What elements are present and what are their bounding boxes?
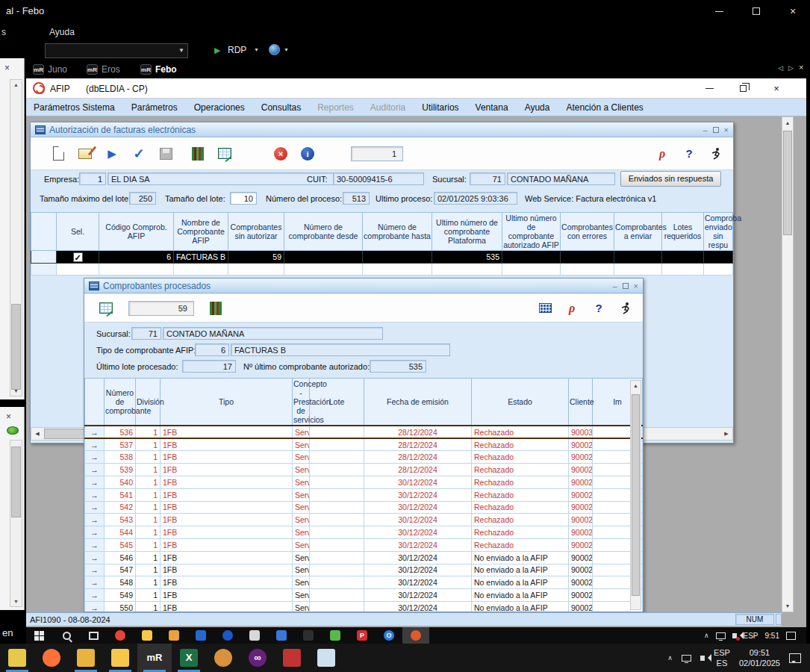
scroll-up-icon[interactable]: ▲ xyxy=(782,120,793,125)
outer-menu-partial[interactable]: s xyxy=(1,27,6,37)
taskbar-app-button[interactable]: O xyxy=(376,627,402,644)
taskbar-app-button[interactable]: P xyxy=(349,627,376,644)
taskbar-app-button[interactable] xyxy=(309,644,343,672)
taskbar-app-button[interactable] xyxy=(0,644,34,672)
taskbar-app-button[interactable]: ∞ xyxy=(240,644,275,672)
connection-combobox[interactable]: ▼ xyxy=(45,43,188,58)
connection-tab[interactable]: mR Eros xyxy=(82,61,125,78)
afip-minimize-button[interactable] xyxy=(694,78,724,99)
remote-clock[interactable]: 9:51 xyxy=(765,632,779,640)
info-button[interactable]: i xyxy=(295,141,320,167)
taskbar-app-button[interactable] xyxy=(275,644,309,672)
clock[interactable]: 09:51 02/01/2025 xyxy=(739,647,780,669)
close-icon[interactable]: × xyxy=(724,125,729,134)
globe-icon[interactable] xyxy=(269,44,280,55)
scroll-up-icon[interactable]: ▲ xyxy=(631,383,641,388)
batch-button[interactable] xyxy=(185,141,211,167)
invoice-row[interactable]: → 543 1 1FB Servicios 30/12/2024 Rechaza… xyxy=(85,514,643,526)
exit-button[interactable]: ρ xyxy=(649,141,675,167)
search-button[interactable] xyxy=(53,627,80,644)
invoice-row[interactable]: → 541 1 1FB Servicios 30/12/2024 Rechaza… xyxy=(85,488,643,501)
taskbar-app-button[interactable]: X xyxy=(172,644,206,672)
mdi-vertical-scrollbar[interactable]: ▲ ▼ xyxy=(782,116,794,612)
column-header[interactable]: Comprobantes con errores xyxy=(561,213,614,251)
scroll-left-icon[interactable]: ◀ xyxy=(31,428,43,440)
afip-close-button[interactable]: × xyxy=(761,78,791,99)
maximize-icon[interactable] xyxy=(623,283,629,289)
start-button[interactable] xyxy=(26,627,53,644)
invoice-row[interactable]: → 546 1 1FB Servicios 30/12/2024 No envi… xyxy=(85,551,643,564)
volume-icon[interactable] xyxy=(732,633,737,638)
invoice-row[interactable]: → 550 1 1FB Servicios 30/12/2024 No envi… xyxy=(85,601,643,612)
afip-menu-item[interactable]: Parámetros Sistema xyxy=(34,102,115,113)
enviados-sin-respuesta-button[interactable]: Enviados sin respuesta xyxy=(620,171,721,187)
column-header[interactable]: Cliente xyxy=(569,379,593,426)
afip-menu-item[interactable]: Ayuda xyxy=(525,102,550,113)
volume-icon[interactable] xyxy=(700,656,705,661)
outer-maximize-button[interactable] xyxy=(739,0,773,22)
tray-chevron-up-icon[interactable]: ∧ xyxy=(667,654,673,662)
run-button[interactable]: ▶ xyxy=(99,141,125,167)
scroll-thumb[interactable] xyxy=(11,304,21,390)
outer-menu-ayuda[interactable]: Ayuda xyxy=(49,27,75,37)
notification-center-icon[interactable] xyxy=(786,632,796,640)
afip-menu-item[interactable]: Utilitarios xyxy=(422,102,458,113)
column-header[interactable]: División xyxy=(136,379,161,426)
dock-scrollbar[interactable]: ▼ xyxy=(10,440,22,607)
scroll-thumb[interactable] xyxy=(11,447,21,517)
outer-minimize-button[interactable] xyxy=(702,0,736,22)
maximize-icon[interactable] xyxy=(713,127,719,133)
rdp-protocol-label[interactable]: RDP xyxy=(228,45,246,55)
column-header[interactable]: Número de comprobante hasta xyxy=(363,213,432,251)
network-icon[interactable] xyxy=(716,632,726,639)
taskbar-app-button[interactable] xyxy=(402,627,429,644)
minimize-icon[interactable]: – xyxy=(702,125,707,134)
dock-close-icon[interactable]: × xyxy=(6,411,11,422)
afip-menu-item[interactable]: Parámetros xyxy=(131,102,178,113)
notification-center-icon[interactable] xyxy=(789,653,801,663)
column-header[interactable]: Código Comprob. AFIP xyxy=(99,213,174,251)
help-button[interactable]: ? xyxy=(676,141,702,167)
scroll-thumb[interactable] xyxy=(783,131,792,235)
afip-menu-item[interactable]: Consultas xyxy=(261,102,301,113)
afip-restore-button[interactable] xyxy=(728,78,758,99)
invoice-row[interactable]: → 540 1 1FB Servicios 30/12/2024 Rechaza… xyxy=(85,476,643,489)
quit-button[interactable] xyxy=(613,296,638,321)
remote-language-indicator[interactable]: ESP xyxy=(744,632,758,640)
scroll-down-icon[interactable]: ▼ xyxy=(782,603,793,609)
tab-close-icon[interactable]: × xyxy=(799,63,803,72)
taskbar-app-button[interactable] xyxy=(214,627,241,644)
column-header[interactable]: Ultimo número de comprobante Plataforma xyxy=(432,213,502,251)
taskbar-app-button[interactable] xyxy=(268,627,295,644)
column-header[interactable]: Estado xyxy=(472,379,569,426)
invoice-row[interactable]: → 548 1 1FB Servicios 30/12/2024 No envi… xyxy=(85,576,643,589)
taskbar-app-button[interactable] xyxy=(34,644,69,672)
globe-dropdown-icon[interactable]: ▼ xyxy=(284,47,289,52)
dock-close-icon[interactable]: × xyxy=(4,63,10,73)
language-indicator[interactable]: ESP ES xyxy=(714,647,730,669)
connection-tab[interactable]: mR Febo xyxy=(136,61,181,78)
column-header[interactable]: Comprobantes a enviar xyxy=(614,213,662,251)
afip-menu-item[interactable]: Reportes xyxy=(317,102,354,113)
scroll-right-icon[interactable]: ▶ xyxy=(720,428,732,440)
tab-nav-left-icon[interactable]: ◁ xyxy=(778,64,783,72)
scroll-down-icon[interactable]: ▼ xyxy=(10,388,22,393)
afip-menu-item[interactable]: Ventana xyxy=(476,102,508,113)
count-field[interactable]: 59 xyxy=(128,301,194,316)
export-grid-button[interactable] xyxy=(212,141,237,167)
table-view-button[interactable] xyxy=(532,296,558,321)
invoice-row[interactable]: → 544 1 1FB Servicios 30/12/2024 Rechaza… xyxy=(85,526,643,539)
scroll-up-icon[interactable]: ▲ xyxy=(10,82,22,87)
taskbar-app-button[interactable] xyxy=(206,644,240,672)
column-header[interactable]: Comprobantes sin autorizar xyxy=(228,213,284,251)
column-header[interactable]: Lotes requeridos xyxy=(662,213,704,251)
save-button[interactable] xyxy=(153,141,178,167)
checkbox-checked[interactable]: ✓ xyxy=(73,252,83,262)
taskbar-app-button[interactable] xyxy=(187,627,214,644)
minimize-icon[interactable]: – xyxy=(612,281,617,290)
export-grid-button[interactable] xyxy=(93,296,119,321)
network-icon[interactable] xyxy=(682,655,691,662)
column-header[interactable]: Número de comprobante xyxy=(105,379,136,426)
column-header[interactable]: Nombre de Comprobante AFIP xyxy=(174,213,228,251)
column-header[interactable]: Tipo xyxy=(161,379,293,426)
